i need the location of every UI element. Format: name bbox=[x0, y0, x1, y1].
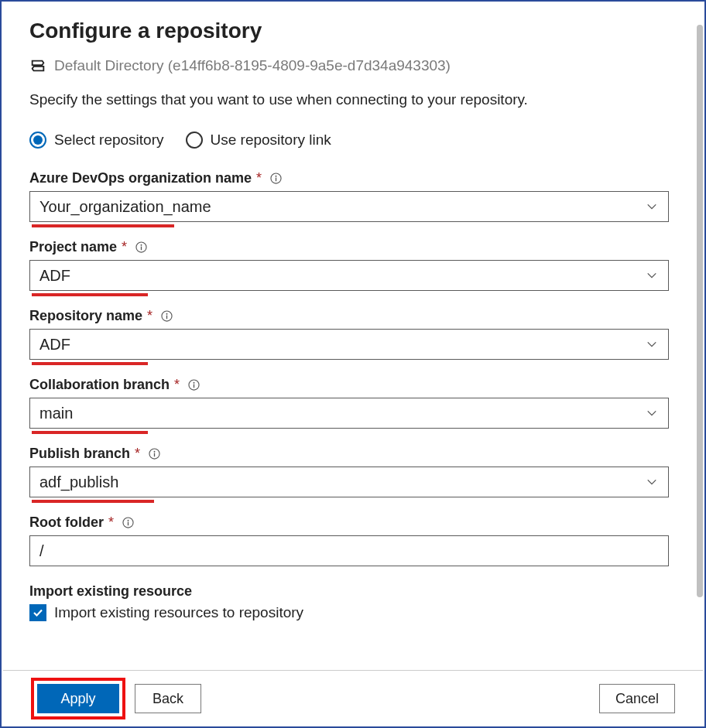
chevron-down-icon bbox=[646, 339, 657, 350]
chevron-down-icon bbox=[646, 477, 657, 487]
chevron-down-icon bbox=[646, 270, 657, 281]
field-label-row: Azure DevOps organization name * bbox=[29, 170, 677, 186]
field-collaboration-branch: Collaboration branch * main bbox=[29, 377, 677, 429]
select-value: adf_publish bbox=[39, 473, 118, 491]
radio-use-repository-link[interactable]: Use repository link bbox=[186, 132, 331, 149]
publish-branch-select[interactable]: adf_publish bbox=[29, 467, 669, 497]
info-icon[interactable] bbox=[160, 310, 173, 323]
field-repository-name: Repository name * ADF bbox=[29, 308, 677, 360]
svg-point-1 bbox=[275, 176, 276, 177]
apply-highlight-box: Apply bbox=[31, 678, 125, 719]
dialog-frame: Configure a repository Default Directory… bbox=[0, 0, 706, 728]
field-label-row: Repository name * bbox=[29, 308, 677, 324]
svg-rect-8 bbox=[166, 316, 166, 320]
cancel-button[interactable]: Cancel bbox=[599, 684, 675, 713]
field-project-name: Project name * ADF bbox=[29, 239, 677, 291]
field-label-row: Publish branch * bbox=[29, 446, 677, 462]
repository-name-select[interactable]: ADF bbox=[29, 329, 669, 360]
info-icon[interactable] bbox=[187, 379, 200, 391]
svg-rect-2 bbox=[275, 178, 276, 182]
field-root-folder: Root folder * bbox=[29, 514, 677, 566]
required-marker: * bbox=[256, 170, 262, 186]
highlight-underline bbox=[32, 224, 174, 227]
field-label-row: Collaboration branch * bbox=[29, 377, 677, 393]
svg-rect-17 bbox=[127, 522, 128, 526]
select-value: main bbox=[39, 405, 73, 422]
scrollbar[interactable] bbox=[697, 25, 703, 597]
svg-point-16 bbox=[127, 520, 129, 521]
chevron-down-icon bbox=[646, 408, 657, 419]
svg-point-4 bbox=[140, 244, 142, 246]
highlight-underline bbox=[32, 500, 154, 503]
import-checkbox-row[interactable]: Import existing resources to repository bbox=[29, 604, 677, 621]
field-org-name: Azure DevOps organization name * Your_or… bbox=[29, 170, 677, 222]
highlight-underline bbox=[32, 293, 148, 296]
field-label: Azure DevOps organization name bbox=[29, 170, 252, 186]
field-label: Root folder bbox=[29, 514, 104, 531]
required-marker: * bbox=[122, 239, 127, 255]
select-value: ADF bbox=[39, 267, 70, 285]
radio-button-icon bbox=[29, 132, 46, 149]
import-section-heading: Import existing resource bbox=[29, 583, 677, 600]
field-label: Repository name bbox=[29, 308, 142, 324]
radio-select-repository[interactable]: Select repository bbox=[29, 132, 164, 149]
info-icon[interactable] bbox=[269, 173, 282, 185]
back-button[interactable]: Back bbox=[135, 684, 201, 713]
select-value: ADF bbox=[39, 336, 70, 354]
field-label: Project name bbox=[29, 239, 117, 255]
dialog-content: Configure a repository Default Directory… bbox=[2, 2, 704, 670]
chevron-down-icon bbox=[646, 201, 657, 212]
required-marker: * bbox=[147, 308, 153, 324]
breadcrumb-text: Default Directory (e14ff6b8-8195-4809-9a… bbox=[54, 57, 451, 74]
apply-button[interactable]: Apply bbox=[37, 684, 119, 713]
collaboration-branch-select[interactable]: main bbox=[29, 398, 669, 429]
directory-icon bbox=[29, 57, 46, 74]
svg-point-13 bbox=[153, 451, 155, 453]
radio-label: Select repository bbox=[54, 132, 164, 149]
dialog-footer: Apply Back Cancel bbox=[3, 670, 703, 726]
field-label: Collaboration branch bbox=[29, 377, 170, 393]
svg-rect-11 bbox=[193, 385, 194, 388]
page-title: Configure a repository bbox=[29, 19, 677, 43]
field-publish-branch: Publish branch * adf_publish bbox=[29, 446, 677, 497]
required-marker: * bbox=[108, 514, 114, 531]
checkbox-label: Import existing resources to repository bbox=[54, 604, 303, 621]
info-icon[interactable] bbox=[122, 517, 134, 529]
field-label-row: Project name * bbox=[29, 239, 677, 255]
root-folder-input[interactable] bbox=[29, 535, 669, 566]
radio-label: Use repository link bbox=[211, 132, 331, 149]
info-icon[interactable] bbox=[148, 448, 160, 460]
highlight-underline bbox=[32, 431, 148, 434]
repository-mode-radio-group: Select repository Use repository link bbox=[29, 132, 677, 149]
description-text: Specify the settings that you want to us… bbox=[29, 91, 677, 108]
checkbox-checked-icon bbox=[29, 604, 46, 621]
svg-point-7 bbox=[166, 313, 167, 315]
radio-button-icon bbox=[186, 132, 203, 149]
svg-rect-14 bbox=[153, 453, 154, 457]
org-name-select[interactable]: Your_organization_name bbox=[29, 191, 669, 222]
required-marker: * bbox=[174, 377, 180, 393]
field-label: Publish branch bbox=[29, 446, 130, 462]
breadcrumb-row: Default Directory (e14ff6b8-8195-4809-9a… bbox=[29, 57, 677, 74]
svg-point-10 bbox=[193, 382, 194, 384]
svg-rect-5 bbox=[140, 247, 141, 251]
select-value: Your_organization_name bbox=[39, 198, 211, 216]
info-icon[interactable] bbox=[135, 241, 147, 254]
project-name-select[interactable]: ADF bbox=[29, 260, 669, 291]
highlight-underline bbox=[32, 362, 148, 365]
required-marker: * bbox=[135, 446, 140, 462]
field-label-row: Root folder * bbox=[29, 514, 677, 531]
